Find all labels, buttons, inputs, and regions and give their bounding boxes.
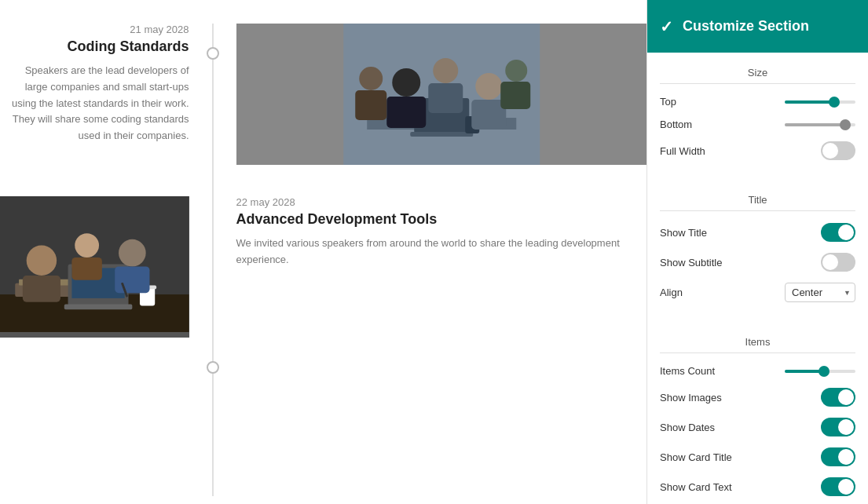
- event-desc-2: We invited various speakers from around …: [236, 236, 647, 268]
- event-left-1: 21 may 2028 Coding Standards Speakers ar…: [0, 24, 213, 144]
- top-label: Top: [660, 96, 676, 108]
- fullwidth-toggle[interactable]: [821, 141, 855, 160]
- show-card-text-label: Show Card Text: [660, 481, 732, 493]
- svg-rect-12: [355, 90, 386, 120]
- svg-rect-27: [115, 266, 149, 293]
- svg-point-9: [475, 73, 502, 100]
- show-title-label: Show Title: [660, 227, 707, 239]
- size-section-label: Size: [660, 60, 855, 84]
- show-images-toggle[interactable]: [821, 388, 855, 407]
- main-content: 21 may 2028 Coding Standards Speakers ar…: [0, 0, 646, 504]
- items-count-slider[interactable]: [785, 370, 855, 373]
- items-section-label: Items: [660, 330, 855, 353]
- svg-rect-25: [23, 276, 60, 302]
- svg-rect-14: [500, 82, 530, 109]
- bottom-control: Bottom: [660, 113, 855, 136]
- align-control: Align Center Left Right: [660, 277, 855, 308]
- items-count-label: Items Count: [660, 365, 715, 377]
- show-images-label: Show Images: [660, 392, 722, 404]
- show-card-title-control: Show Card Title: [660, 442, 855, 472]
- show-subtitle-label: Show Subtitle: [660, 257, 723, 268]
- svg-point-24: [27, 246, 57, 276]
- panel-header: ✓ Customize Section: [647, 0, 868, 53]
- show-title-toggle[interactable]: [821, 223, 855, 242]
- show-images-control: Show Images: [660, 382, 855, 412]
- svg-point-7: [433, 58, 458, 83]
- items-section: Items Items Count Show Images Show Dates…: [647, 322, 868, 504]
- event-title-2: Advanced Development Tools: [236, 211, 647, 228]
- svg-rect-21: [64, 305, 133, 310]
- show-dates-label: Show Dates: [660, 422, 715, 433]
- fullwidth-label: Full Width: [660, 145, 705, 157]
- svg-rect-3: [410, 132, 473, 137]
- show-dates-control: Show Dates: [660, 412, 855, 442]
- event-image-1: [236, 24, 647, 165]
- bottom-slider[interactable]: [785, 123, 855, 126]
- right-panel: ✓ Customize Section Size Top Bottom Full…: [646, 0, 868, 504]
- check-icon: ✓: [660, 17, 673, 36]
- fullwidth-control: Full Width: [660, 136, 855, 166]
- event-desc-1: Speakers are the lead developers of larg…: [0, 63, 189, 144]
- event-date-2: 22 may 2028: [236, 196, 647, 208]
- svg-point-5: [392, 68, 420, 97]
- panel-title: Customize Section: [683, 18, 809, 35]
- align-label: Align: [660, 287, 683, 298]
- bottom-label: Bottom: [660, 119, 692, 130]
- show-subtitle-control: Show Subtitle: [660, 247, 855, 277]
- timeline-dot-2: [207, 361, 219, 374]
- show-card-text-control: Show Card Text: [660, 472, 855, 502]
- show-title-control: Show Title: [660, 217, 855, 247]
- items-count-control: Items Count: [660, 360, 855, 382]
- svg-point-11: [359, 67, 383, 90]
- size-section: Size Top Bottom Full Width: [647, 53, 868, 173]
- title-section-label: Title: [660, 188, 855, 211]
- top-control: Top: [660, 90, 855, 113]
- timeline-dot-1: [207, 47, 219, 60]
- show-subtitle-toggle[interactable]: [821, 253, 855, 272]
- svg-rect-6: [386, 97, 426, 128]
- svg-rect-29: [71, 257, 101, 280]
- svg-rect-8: [428, 83, 463, 113]
- show-card-title-label: Show Card Title: [660, 451, 732, 463]
- title-section: Title Show Title Show Subtitle Align Cen…: [647, 180, 868, 316]
- show-card-text-toggle[interactable]: [821, 477, 855, 496]
- align-select[interactable]: Center Left Right: [785, 283, 855, 302]
- svg-point-26: [119, 239, 146, 267]
- show-dates-toggle[interactable]: [821, 418, 855, 436]
- event-row-2: 22 may 2028 Advanced Development Tools W…: [0, 196, 646, 338]
- event-right-2: 22 may 2028 Advanced Development Tools W…: [213, 196, 647, 268]
- event-image-left-2: [0, 196, 213, 338]
- event-image-2: [0, 196, 189, 338]
- event-right-1: [213, 24, 647, 165]
- event-title-1: Coding Standards: [0, 38, 189, 55]
- svg-point-13: [505, 60, 527, 82]
- align-select-wrapper[interactable]: Center Left Right: [785, 283, 855, 302]
- show-card-title-toggle[interactable]: [821, 447, 855, 466]
- event-date-1: 21 may 2028: [0, 24, 189, 35]
- svg-point-28: [75, 233, 99, 257]
- top-slider[interactable]: [785, 100, 855, 104]
- event-row-1: 21 may 2028 Coding Standards Speakers ar…: [0, 24, 646, 165]
